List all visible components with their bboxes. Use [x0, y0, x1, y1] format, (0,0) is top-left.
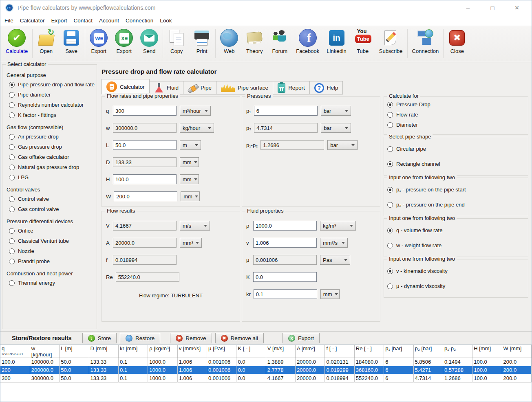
radio-orifice[interactable]: Orifice [5, 226, 97, 236]
radio-nozzle[interactable]: Nozzle [5, 246, 97, 256]
flow-rates-d-input[interactable] [113, 157, 177, 167]
send-button[interactable]: Send [137, 29, 162, 54]
fluid-properties-k-input[interactable] [253, 272, 317, 282]
pressures-p1-p2-unit-select[interactable]: bar [327, 140, 358, 150]
maximize-button[interactable]: □ [480, 2, 505, 14]
flow-rates-q-unit-select[interactable]: m³/hour [180, 106, 211, 116]
export-results-button[interactable]: xExport [283, 333, 320, 343]
export-excel-button[interactable]: Export [111, 29, 137, 54]
radio-gas-offtake-calculator[interactable]: Gas offtake calculator [5, 152, 97, 162]
tab-report[interactable]: Report [273, 81, 310, 94]
flow-rates-w-input[interactable] [114, 191, 177, 201]
export-word-button[interactable]: Export [86, 29, 111, 54]
radio-flow-rate[interactable]: Flow rate [384, 110, 528, 120]
theory-button[interactable]: Theory [242, 29, 267, 54]
pressures-p2-unit-select[interactable]: bar [321, 123, 351, 133]
radio-p1-pressure-on-the-pipe-start[interactable]: p₁ - pressure on the pipe start [384, 182, 528, 197]
copy-button[interactable]: Copy [164, 29, 189, 54]
flow-rates-d-unit-select[interactable]: mm [180, 157, 199, 167]
save-button[interactable]: Save [59, 29, 84, 54]
minimize-button[interactable]: – [456, 2, 480, 14]
flow-results-f-input[interactable] [113, 255, 177, 265]
tab-calculator[interactable]: Calculator [102, 79, 150, 94]
radio-w-weight-flow-rate[interactable]: w - weight flow rate [384, 238, 528, 253]
radio-q-volume-flow-rate[interactable]: q - volume flow rate [384, 223, 528, 238]
menu-connection[interactable]: Connection [122, 18, 157, 24]
store-button[interactable]: ↓Store [82, 333, 117, 343]
radio-pressure-drop[interactable]: Pressure Drop [384, 99, 528, 110]
fluid-properties-v-unit-select[interactable]: mm²/s [320, 238, 348, 248]
radio-classical-venturi-tube[interactable]: Classical Venturi tube [5, 236, 97, 246]
flow-rates-w-unit-select[interactable]: kg/hour [180, 123, 214, 133]
forum-button[interactable]: Forum [267, 29, 292, 54]
facebook-button[interactable]: Facebook [292, 29, 323, 54]
fluid-properties-v-input[interactable] [253, 238, 317, 248]
window-close-button[interactable]: × [505, 2, 529, 14]
flow-results-a-input[interactable] [113, 238, 177, 248]
radio-pipe-diameter[interactable]: Pipe diameter [5, 90, 97, 100]
menu-contact[interactable]: Contact [71, 18, 96, 24]
linkedin-button[interactable]: Linkedin [323, 29, 350, 54]
radio-diameter[interactable]: Diameter [384, 120, 528, 130]
radio-p2-pressure-on-the-pipe-end[interactable]: p₂ - pressure on the pipe end [384, 197, 528, 212]
radio-k-factor-fittings[interactable]: K factor - fittings [5, 110, 97, 120]
pressures-p1-input[interactable] [254, 106, 318, 116]
menu-calculator[interactable]: Calculator [17, 18, 48, 24]
menu-look[interactable]: Look [157, 18, 175, 24]
radio-mu-dynamic-viscosity[interactable]: μ - dynamic viscosity [384, 279, 528, 294]
radio-rectangle-channel[interactable]: Rectangle channel [384, 156, 528, 171]
radio-v-kinematic-viscosity[interactable]: v - kinematic viscosity [384, 264, 528, 279]
flow-results-v-unit-select[interactable]: m/s [180, 221, 210, 231]
pressures-p1-unit-select[interactable]: bar [321, 106, 351, 116]
flow-rates-w-unit-select[interactable]: mm [181, 191, 200, 201]
menu-account[interactable]: Account [96, 18, 122, 24]
fluid-properties-mu-unit-select[interactable]: Pas [320, 255, 350, 265]
flow-rates-q-input[interactable] [113, 106, 177, 116]
radio-pipe-pressure-drop-and-flow-rate[interactable]: Pipe pressure drop and flow rate [5, 79, 97, 90]
radio-natural-gas-pressure-drop[interactable]: Natural gas pressure drop [5, 162, 97, 172]
fluid-properties-rho-unit-select[interactable]: kg/m³ [320, 221, 356, 231]
radio-gas-control-valve[interactable]: Gas control valve [5, 204, 97, 214]
table-cell: 100.0 [472, 374, 502, 382]
tab-pipe[interactable]: Pipe [183, 81, 216, 94]
radio-control-valve[interactable]: Control valve [5, 194, 97, 204]
tab-help[interactable]: Help [310, 81, 343, 94]
radio-prandtl-probe[interactable]: Prandtl probe [5, 256, 97, 266]
fluid-properties-mu-input[interactable] [253, 255, 317, 265]
youtube-button[interactable]: Tube [350, 29, 375, 54]
menu-file[interactable]: File [1, 18, 17, 24]
radio-lpg[interactable]: LPG [5, 172, 97, 182]
menu-export[interactable]: Export [48, 18, 71, 24]
fluid-properties-rho-input[interactable] [253, 221, 317, 231]
subscribe-button[interactable]: Subscribe [375, 29, 406, 54]
close-button[interactable]: Close [444, 29, 470, 54]
fluid-properties-kr-unit-select[interactable]: mm [320, 289, 340, 299]
flow-results-a-unit-select[interactable]: mm² [180, 238, 202, 248]
open-button[interactable]: Open [33, 29, 59, 54]
table-row[interactable]: 100.0100000.050.0133.330.11000.01.0060.0… [0, 358, 532, 366]
flow-rates-l-input[interactable] [113, 140, 177, 150]
web-button[interactable]: Web [216, 29, 242, 54]
restore-button[interactable]: ↑Restore [120, 333, 160, 343]
flow-rates-h-input[interactable] [113, 174, 177, 184]
radio-reynolds-number-calculator[interactable]: Reynolds number calculator [5, 100, 97, 110]
radio-circular-pipe[interactable]: Circular pipe [384, 141, 528, 156]
pressures-p1-p2-input[interactable] [260, 140, 324, 150]
remove-all-button[interactable]: ✖Remove all [215, 333, 264, 343]
remove-button[interactable]: ✖Remove [170, 333, 212, 343]
table-row[interactable]: 300300000.050.0133.330.11000.01.0060.001… [0, 374, 532, 382]
flow-rates-l-unit-select[interactable]: m [180, 140, 201, 150]
calculate-button[interactable]: Calculate [2, 29, 31, 54]
table-row[interactable]: 200200000.050.0133.330.11000.01.0060.001… [0, 366, 532, 374]
fluid-properties-kr-input[interactable] [254, 289, 317, 299]
pressures-p2-input[interactable] [254, 123, 318, 133]
radio-thermal-energy[interactable]: Thermal energy [5, 278, 97, 288]
flow-results-re-input[interactable] [116, 272, 179, 282]
print-button[interactable]: Print [189, 29, 214, 54]
flow-rates-h-unit-select[interactable]: mm [180, 174, 199, 184]
radio-air-pressure-drop[interactable]: Air pressure drop [5, 132, 97, 142]
radio-gas-pressure-drop[interactable]: Gas pressure drop [5, 142, 97, 152]
flow-rates-w-input[interactable] [113, 123, 177, 133]
connection-button[interactable]: Connection [408, 29, 443, 54]
flow-results-v-input[interactable] [113, 221, 177, 231]
